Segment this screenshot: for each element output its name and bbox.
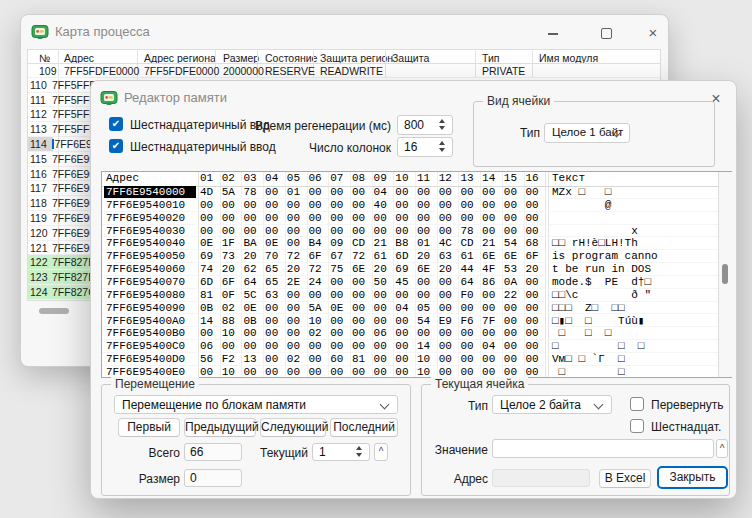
- hex-byte-cell[interactable]: 00: [374, 366, 387, 378]
- hex-address-cell[interactable]: 7FF6E9540000: [106, 186, 185, 198]
- hex-byte-cell[interactable]: 02: [309, 327, 322, 339]
- hex-byte-cell[interactable]: 73: [222, 250, 235, 262]
- cell-view-type-combo[interactable]: Целое 1 байт: [544, 123, 630, 143]
- hex-byte-cell[interactable]: 00: [482, 353, 495, 365]
- hex-byte-cell[interactable]: 0B: [243, 315, 256, 327]
- hex-byte-cell[interactable]: 00: [309, 289, 322, 301]
- spinner-arrows-icon[interactable]: [439, 118, 448, 130]
- hex-byte-cell[interactable]: 00: [374, 340, 387, 352]
- hex-byte-cell[interactable]: 00: [526, 340, 539, 352]
- hex-byte-cell[interactable]: 00: [330, 366, 343, 378]
- hex-byte-cell[interactable]: 54: [504, 237, 517, 249]
- hex-byte-cell[interactable]: 00: [439, 186, 452, 198]
- current-cell-type-combo[interactable]: Целое 2 байта: [492, 395, 612, 414]
- hex-byte-cell[interactable]: 0E: [330, 302, 343, 314]
- hex-byte-cell[interactable]: 5A: [309, 302, 322, 314]
- hex-byte-cell[interactable]: 44: [460, 263, 473, 275]
- hex-byte-cell[interactable]: 00: [526, 199, 539, 211]
- hex-byte-cell[interactable]: 00: [265, 302, 278, 314]
- hex-byte-cell[interactable]: 02: [287, 353, 300, 365]
- hex-byte-cell[interactable]: 0E: [243, 302, 256, 314]
- process-table-row[interactable]: 1097FF5FDFE00007FF5FDFE00002000000RESERV…: [28, 63, 660, 78]
- hex-byte-cell[interactable]: 00: [439, 289, 452, 301]
- hex-byte-cell[interactable]: 00: [526, 186, 539, 198]
- hex-row[interactable]: 7FF6E95400004D5A780001000000040000000000…: [102, 186, 718, 199]
- hex-byte-cell[interactable]: 00: [482, 327, 495, 339]
- hex-byte-cell[interactable]: 86: [482, 276, 495, 288]
- spinner-arrows-icon[interactable]: [356, 445, 365, 457]
- hex-byte-cell[interactable]: 00: [460, 212, 473, 224]
- hex-byte-cell[interactable]: 6E: [504, 250, 517, 262]
- hex-byte-cell[interactable]: 6E: [352, 263, 365, 275]
- hex-row[interactable]: 7FF6E95400A014880B0000100000000054E9F67F…: [102, 315, 718, 328]
- hex-byte-cell[interactable]: 00: [395, 327, 408, 339]
- hex-byte-cell[interactable]: 00: [460, 302, 473, 314]
- hex-byte-cell[interactable]: F0: [460, 289, 473, 301]
- hex-byte-cell[interactable]: 00: [504, 186, 517, 198]
- hex-byte-cell[interactable]: 00: [395, 225, 408, 237]
- hex-byte-cell[interactable]: 00: [222, 212, 235, 224]
- maximize-icon[interactable]: [595, 23, 617, 43]
- hex-byte-cell[interactable]: 00: [439, 327, 452, 339]
- hex-byte-cell[interactable]: 61: [460, 250, 473, 262]
- hex-byte-cell[interactable]: 14: [200, 315, 213, 327]
- hex-byte-cell[interactable]: 09: [330, 237, 343, 249]
- current-spinner[interactable]: 1: [312, 443, 370, 461]
- hex-byte-cell[interactable]: 4C: [439, 237, 452, 249]
- current-jump-button[interactable]: ^: [374, 443, 388, 461]
- hex-byte-cell[interactable]: 00: [526, 353, 539, 365]
- hex-address-cell[interactable]: 7FF6E9540080: [106, 289, 185, 301]
- hex-byte-cell[interactable]: 64: [243, 276, 256, 288]
- hex-byte-cell[interactable]: 00: [526, 276, 539, 288]
- hex-byte-cell[interactable]: 81: [200, 289, 213, 301]
- hex-byte-cell[interactable]: 04: [374, 186, 387, 198]
- hex-byte-cell[interactable]: 24: [309, 276, 322, 288]
- hex-byte-cell[interactable]: 00: [352, 302, 365, 314]
- navigation-mode-combo[interactable]: Перемещение по блокам памяти: [114, 395, 398, 414]
- hex-byte-cell[interactable]: 72: [352, 250, 365, 262]
- hex-byte-cell[interactable]: 00: [504, 353, 517, 365]
- hex-byte-cell[interactable]: 00: [417, 212, 430, 224]
- hex-byte-cell[interactable]: 00: [352, 366, 365, 378]
- hex-byte-cell[interactable]: 45: [395, 276, 408, 288]
- hex-byte-cell[interactable]: 72: [287, 250, 300, 262]
- hex-byte-cell[interactable]: 2E: [287, 276, 300, 288]
- hex-byte-cell[interactable]: 00: [265, 225, 278, 237]
- hex-byte-cell[interactable]: 00: [352, 199, 365, 211]
- hex-byte-cell[interactable]: 00: [243, 199, 256, 211]
- hex-row[interactable]: 7FF6E95400200000000000000000000000000000…: [102, 212, 718, 225]
- hex-byte-cell[interactable]: 00: [309, 340, 322, 352]
- hex-byte-cell[interactable]: 88: [222, 315, 235, 327]
- address-input[interactable]: [492, 469, 590, 487]
- hex-byte-cell[interactable]: 00: [352, 340, 365, 352]
- next-button[interactable]: Следующий: [260, 418, 326, 437]
- hex-byte-cell[interactable]: 00: [309, 186, 322, 198]
- hex-byte-cell[interactable]: 00: [352, 212, 365, 224]
- hex-address-cell[interactable]: 7FF6E9540040: [106, 237, 185, 249]
- hex-byte-cell[interactable]: 00: [330, 186, 343, 198]
- hex-byte-cell[interactable]: 6F: [222, 276, 235, 288]
- hex-byte-cell[interactable]: 00: [439, 340, 452, 352]
- hex-address-cell[interactable]: 7FF6E95400D0: [106, 353, 185, 365]
- hex-byte-cell[interactable]: 10: [222, 327, 235, 339]
- hex-byte-cell[interactable]: 00: [330, 225, 343, 237]
- hex-byte-cell[interactable]: 00: [330, 289, 343, 301]
- hex-byte-cell[interactable]: 06: [200, 340, 213, 352]
- hex-byte-cell[interactable]: 00: [265, 327, 278, 339]
- hex-byte-cell[interactable]: 6F: [309, 250, 322, 262]
- hex-byte-cell[interactable]: 00: [309, 225, 322, 237]
- hex-byte-cell[interactable]: 20: [222, 263, 235, 275]
- hex-byte-cell[interactable]: 13: [243, 353, 256, 365]
- hex-byte-cell[interactable]: 20: [243, 250, 256, 262]
- hex-byte-cell[interactable]: 00: [287, 315, 300, 327]
- hex-byte-cell[interactable]: 00: [526, 327, 539, 339]
- hex-byte-cell[interactable]: 00: [460, 199, 473, 211]
- hex-byte-cell[interactable]: 00: [265, 340, 278, 352]
- hex-byte-cell[interactable]: 00: [243, 225, 256, 237]
- hex-address-cell[interactable]: 7FF6E9540050: [106, 250, 185, 262]
- hex-byte-cell[interactable]: 00: [504, 327, 517, 339]
- hex-byte-cell[interactable]: 00: [439, 212, 452, 224]
- hex-byte-cell[interactable]: 72: [309, 263, 322, 275]
- previous-button[interactable]: Предыдущий: [184, 418, 256, 437]
- hex-byte-cell[interactable]: 00: [439, 225, 452, 237]
